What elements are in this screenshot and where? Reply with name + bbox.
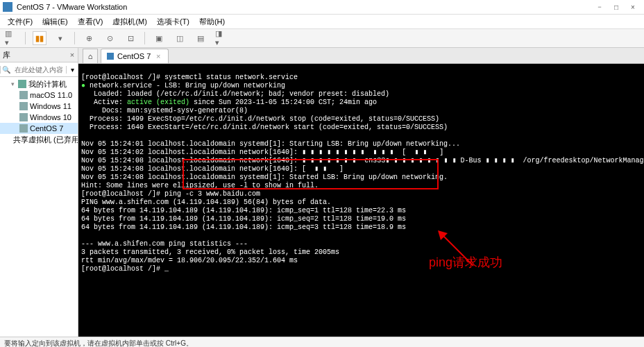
sidebar: 库 × 🔍 ▾ ▾我的计算机 macOS 11.0 Windows 11 Win… xyxy=(0,48,78,337)
sidebar-search: 🔍 ▾ xyxy=(0,62,78,77)
annotation-text: ping请求成功 xyxy=(429,258,502,266)
status-text: 要将输入定向到该虚拟机，请在虚拟机内部单击或按 Ctrl+G。 xyxy=(4,339,193,347)
terminal[interactable]: [root@localhost /]# systemctl status net… xyxy=(78,64,644,337)
tree-item-macos[interactable]: macOS 11.0 xyxy=(0,90,78,101)
toolbar: ▥ ▾ ▮▮ ▾ ⊕ ⊙ ⊡ ▣ ◫ ▤ ◨ ▾ xyxy=(0,29,644,48)
computer-icon xyxy=(18,80,26,88)
tree-root[interactable]: ▾我的计算机 xyxy=(0,78,78,90)
menu-tabs[interactable]: 选项卡(T) xyxy=(152,17,194,27)
vm-icon xyxy=(19,124,28,133)
search-icon[interactable]: 🔍 xyxy=(0,66,12,74)
tab-close-icon[interactable]: × xyxy=(154,52,162,60)
vm-tree: ▾我的计算机 macOS 11.0 Windows 11 Windows 10 … xyxy=(0,77,78,337)
sidebar-title: 库 xyxy=(0,50,67,60)
fullscreen-icon[interactable]: ▣ xyxy=(152,31,166,45)
menu-help[interactable]: 帮助(H) xyxy=(194,17,230,27)
separator xyxy=(74,32,75,44)
snapshot-mgr-icon[interactable]: ⊡ xyxy=(124,31,137,45)
annotation-arrow xyxy=(402,219,443,261)
separator xyxy=(144,32,145,44)
power-dropdown-icon[interactable]: ▾ xyxy=(53,31,67,45)
menu-file[interactable]: 文件(F) xyxy=(3,17,37,27)
vm-icon xyxy=(107,53,114,60)
send-cad-icon[interactable]: ⊕ xyxy=(82,31,96,45)
vm-icon xyxy=(19,102,28,110)
tree-item-centos7[interactable]: CentOS 7 xyxy=(0,123,78,134)
tab-bar: ⌂ CentOS 7 × xyxy=(78,48,644,64)
library-toggle-icon[interactable]: ▥ ▾ xyxy=(4,31,18,45)
menu-view[interactable]: 查看(V) xyxy=(73,17,108,27)
unity-icon[interactable]: ◫ xyxy=(173,31,187,45)
console-icon[interactable]: ▤ xyxy=(194,31,207,45)
maximize-button[interactable]: □ xyxy=(608,1,625,12)
search-dropdown-icon[interactable]: ▾ xyxy=(66,66,78,74)
app-icon xyxy=(3,2,12,12)
home-tab[interactable]: ⌂ xyxy=(83,49,98,63)
tab-label: CentOS 7 xyxy=(117,52,151,60)
annotation-box xyxy=(183,159,439,189)
tree-item-win11[interactable]: Windows 11 xyxy=(0,101,78,112)
sidebar-close-icon[interactable]: × xyxy=(67,51,78,59)
power-pause-icon[interactable]: ▮▮ xyxy=(33,31,46,45)
tab-centos7[interactable]: CentOS 7 × xyxy=(101,49,169,63)
tree-shared[interactable]: 共享虚拟机 (已弃用) xyxy=(0,134,78,145)
close-button[interactable]: × xyxy=(625,1,641,12)
sidebar-header: 库 × xyxy=(0,48,78,62)
separator xyxy=(25,32,26,44)
vm-icon xyxy=(19,91,28,99)
menu-edit[interactable]: 编辑(E) xyxy=(37,17,73,27)
stretch-icon[interactable]: ◨ ▾ xyxy=(214,31,228,45)
snapshot-icon[interactable]: ⊙ xyxy=(103,31,117,45)
status-bar: 要将输入定向到该虚拟机，请在虚拟机内部单击或按 Ctrl+G。 xyxy=(0,337,644,347)
vm-icon xyxy=(19,113,28,121)
search-input[interactable] xyxy=(12,66,66,74)
menu-bar: 文件(F) 编辑(E) 查看(V) 虚拟机(M) 选项卡(T) 帮助(H) xyxy=(0,15,644,29)
main-area: ⌂ CentOS 7 × [root@localhost /]# systemc… xyxy=(78,48,644,337)
minimize-button[interactable]: － xyxy=(591,1,608,12)
window-title: CentOS 7 - VMware Workstation xyxy=(17,3,591,11)
title-bar: CentOS 7 - VMware Workstation － □ × xyxy=(0,0,644,15)
menu-vm[interactable]: 虚拟机(M) xyxy=(108,17,152,27)
tree-item-win10[interactable]: Windows 10 xyxy=(0,112,78,123)
